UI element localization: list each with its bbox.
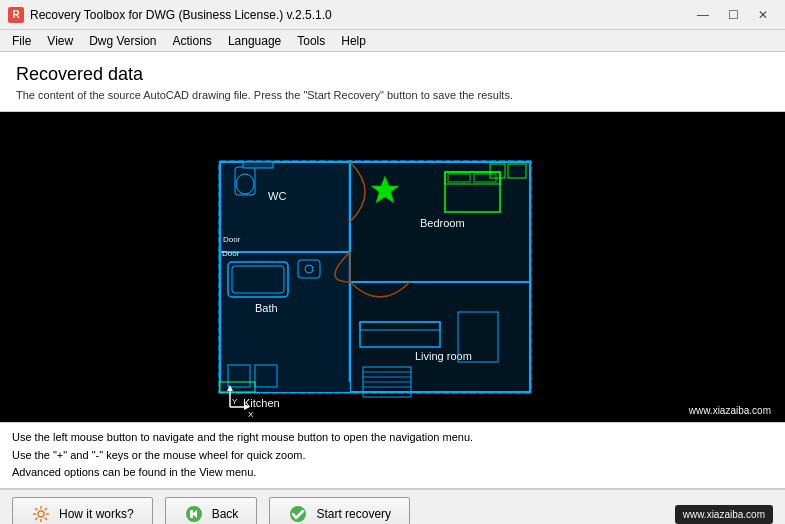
page-title: Recovered data [16,64,769,85]
svg-line-58 [45,508,47,510]
menu-language[interactable]: Language [220,30,289,52]
status-line-1: Use the left mouse button to navigate an… [12,429,773,447]
svg-rect-62 [190,510,193,518]
menu-dwg-version[interactable]: Dwg Version [81,30,164,52]
back-button[interactable]: Back [165,497,258,524]
svg-text:Living room: Living room [415,350,472,362]
svg-line-59 [35,518,37,520]
maximize-button[interactable]: ☐ [719,5,747,25]
gear-icon [31,504,51,524]
svg-text:Door: Door [223,235,241,244]
check-icon [288,504,308,524]
svg-text:Bath: Bath [255,302,278,314]
how-it-works-button[interactable]: How it works? [12,497,153,524]
menu-actions[interactable]: Actions [165,30,220,52]
title-bar: R Recovery Toolbox for DWG (Business Lic… [0,0,785,30]
svg-text:Y: Y [232,397,238,406]
watermark: www.xiazaiba.com [683,403,777,418]
start-recovery-label: Start recovery [316,507,391,521]
minimize-button[interactable]: — [689,5,717,25]
status-line-2: Use the "+" and "-" keys or the mouse wh… [12,447,773,465]
status-line-3: Advanced options can be found in the Vie… [12,464,773,482]
back-icon [184,504,204,524]
close-button[interactable]: ✕ [749,5,777,25]
status-area: Use the left mouse button to navigate an… [0,422,785,489]
menu-help[interactable]: Help [333,30,374,52]
start-recovery-button[interactable]: Start recovery [269,497,410,524]
svg-rect-4 [220,252,350,392]
window-controls: — ☐ ✕ [689,5,777,25]
drawing-area[interactable]: WC Bath Bedroom Kitchen Living room Door [0,112,785,422]
svg-text:X: X [248,410,254,419]
svg-text:Bedroom: Bedroom [420,217,465,229]
back-label: Back [212,507,239,521]
svg-line-56 [35,508,37,510]
menu-view[interactable]: View [39,30,81,52]
svg-text:WC: WC [268,190,286,202]
bottom-bar: How it works? Back Start recovery www.xi… [0,489,785,524]
window-title: Recovery Toolbox for DWG (Business Licen… [30,8,689,22]
menu-file[interactable]: File [4,30,39,52]
svg-point-51 [38,511,44,517]
menu-tools[interactable]: Tools [289,30,333,52]
content-header: Recovered data The content of the source… [0,52,785,112]
svg-text:Door: Door [222,249,240,258]
svg-line-57 [45,518,47,520]
how-it-works-label: How it works? [59,507,134,521]
svg-rect-49 [243,162,273,168]
menu-bar: File View Dwg Version Actions Language T… [0,30,785,52]
site-watermark: www.xiazaiba.com [675,505,773,524]
app-icon: R [8,7,24,23]
floor-plan-svg: WC Bath Bedroom Kitchen Living room Door [0,112,785,422]
page-description: The content of the source AutoCAD drawin… [16,89,769,101]
